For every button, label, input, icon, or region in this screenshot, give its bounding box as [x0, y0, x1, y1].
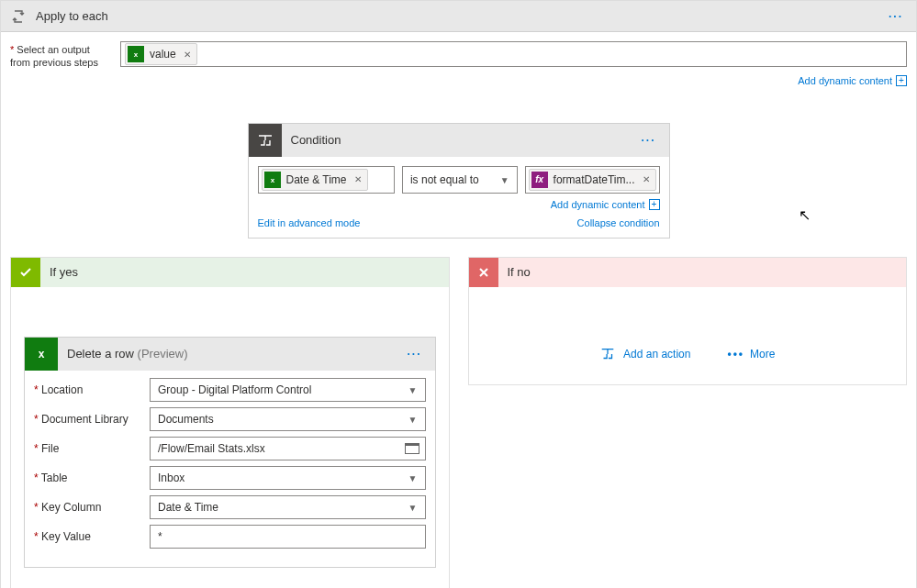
delete-row-title: Delete a row (Preview): [67, 347, 403, 361]
select-output-row: * Select an output from previous steps x…: [1, 32, 916, 73]
table-label: * Table: [34, 472, 144, 484]
keyval-label: * Key Value: [34, 530, 144, 543]
delete-row-header[interactable]: x Delete a row (Preview) ···: [25, 338, 435, 371]
token-remove-icon[interactable]: ✕: [643, 174, 650, 184]
apply-to-each-title: Apply to each: [36, 9, 885, 23]
condition-title: Condition: [291, 133, 638, 147]
keycol-label: * Key Column: [34, 501, 144, 514]
condition-add-dynamic-content[interactable]: Add dynamic content +: [551, 199, 660, 210]
token-date-time[interactable]: x Date & Time ✕: [262, 169, 368, 191]
file-label: * File: [34, 442, 144, 455]
token-label: value: [150, 48, 176, 61]
svg-text:x: x: [270, 176, 274, 184]
condition-icon: [249, 124, 282, 157]
keycol-select[interactable]: Date & Time ▼: [150, 495, 426, 519]
add-dynamic-content-link[interactable]: Add dynamic content +: [798, 75, 907, 86]
svg-text:x: x: [39, 348, 45, 361]
select-output-field[interactable]: x value ✕: [120, 41, 907, 67]
chevron-down-icon: ▼: [408, 502, 418, 512]
chevron-down-icon: ▼: [500, 174, 509, 184]
if-no-header: If no: [469, 258, 907, 287]
plus-icon: +: [896, 75, 907, 86]
if-yes-title: If yes: [50, 265, 78, 279]
condition-header[interactable]: Condition ···: [249, 124, 669, 157]
token-remove-icon[interactable]: ✕: [354, 174, 362, 184]
no-more[interactable]: ••• More: [727, 348, 775, 361]
excel-icon: x: [128, 46, 144, 62]
no-add-action[interactable]: Add an action: [599, 346, 690, 362]
if-yes-branch: If yes x Delete a row (Preview) ···: [10, 257, 450, 588]
if-no-title: If no: [508, 265, 531, 279]
apply-to-each-container: Apply to each ··· * Select an output fro…: [0, 0, 917, 588]
folder-icon[interactable]: [405, 443, 419, 454]
library-select[interactable]: Documents ▼: [150, 407, 426, 431]
condition-right-value[interactable]: fx formatDateTim... ✕: [525, 166, 660, 194]
condition-operator-select[interactable]: is not equal to ▼: [402, 166, 518, 194]
collapse-condition-link[interactable]: Collapse condition: [577, 217, 660, 228]
token-format-date[interactable]: fx formatDateTim... ✕: [529, 169, 656, 191]
library-label: * Document Library: [34, 413, 144, 426]
condition-menu[interactable]: ···: [637, 134, 659, 147]
loop-icon: [10, 8, 27, 25]
excel-icon: x: [264, 172, 281, 188]
delete-row-menu[interactable]: ···: [403, 348, 425, 361]
condition-left-value[interactable]: x Date & Time ✕: [258, 166, 395, 194]
add-action-icon: [599, 346, 616, 362]
chevron-down-icon: ▼: [408, 414, 418, 424]
chevron-down-icon: ▼: [408, 472, 418, 483]
plus-icon: +: [649, 199, 660, 210]
condition-card: Condition ··· x Date & Time ✕: [248, 123, 670, 239]
token-value[interactable]: x value ✕: [125, 43, 197, 65]
select-output-label: * Select an output from previous steps: [10, 41, 111, 70]
apply-to-each-header[interactable]: Apply to each ···: [1, 1, 916, 32]
edit-advanced-link[interactable]: Edit in advanced mode: [258, 217, 361, 228]
if-no-branch: If no Add an action ••• More: [468, 257, 908, 385]
apply-to-each-menu[interactable]: ···: [885, 10, 907, 23]
check-icon: [11, 258, 40, 287]
more-dots-icon: •••: [727, 348, 744, 361]
branches-row: If yes x Delete a row (Preview) ···: [1, 248, 916, 588]
token-remove-icon[interactable]: ✕: [184, 50, 191, 60]
excel-icon: x: [25, 338, 58, 371]
if-yes-header: If yes: [11, 258, 449, 287]
file-input[interactable]: /Flow/Email Stats.xlsx: [150, 437, 426, 460]
close-icon: [469, 258, 498, 287]
svg-text:x: x: [134, 50, 139, 59]
location-select[interactable]: Group - Digital Platform Control ▼: [150, 378, 426, 402]
fx-icon: fx: [531, 172, 548, 188]
location-label: * Location: [34, 383, 144, 396]
keyval-input[interactable]: *: [150, 525, 426, 549]
table-select[interactable]: Inbox ▼: [150, 466, 426, 490]
delete-row-card: x Delete a row (Preview) ··· * Location …: [24, 337, 436, 568]
chevron-down-icon: ▼: [408, 384, 418, 394]
